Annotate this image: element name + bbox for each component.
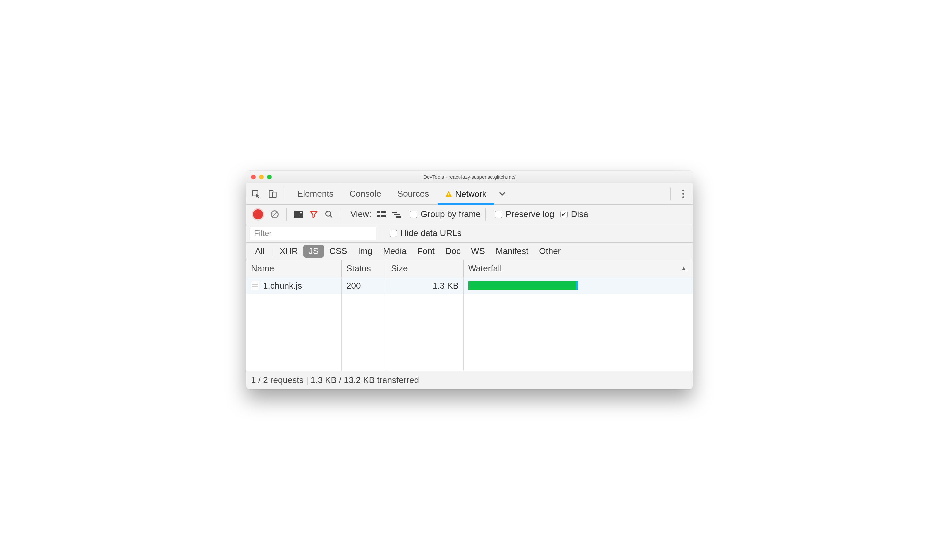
more-tabs-icon[interactable] [495,186,511,202]
svg-rect-2 [272,192,276,197]
svg-rect-13 [381,215,386,216]
type-filter-img[interactable]: Img [353,245,378,258]
tab-network[interactable]: Network [438,184,494,205]
column-name[interactable]: Name [246,260,342,277]
column-status[interactable]: Status [342,260,386,277]
cell-waterfall [464,277,693,294]
column-waterfall[interactable]: Waterfall ▲ [464,260,693,277]
search-icon[interactable] [322,208,336,222]
empty-rows [246,294,693,371]
kebab-menu-icon[interactable] [675,190,691,198]
requests-table: Name Status Size Waterfall ▲ 1.chunk.js2… [246,260,693,371]
type-filter-doc[interactable]: Doc [440,245,466,258]
checkbox-label: Hide data URLs [400,228,461,238]
type-filter-ws[interactable]: WS [466,245,490,258]
tab-label: Sources [397,189,429,199]
svg-rect-10 [381,211,386,212]
svg-point-8 [325,211,330,216]
divider [671,188,671,200]
tab-elements[interactable]: Elements [290,183,341,205]
large-rows-icon[interactable] [375,208,389,222]
record-button[interactable] [253,209,263,219]
column-size[interactable]: Size [386,260,464,277]
warning-icon [445,191,452,198]
device-toolbar-icon[interactable] [265,186,280,202]
table-header: Name Status Size Waterfall ▲ [246,260,693,277]
type-filter-other[interactable]: Other [534,245,566,258]
svg-rect-4 [448,196,449,197]
tab-label: Network [455,189,487,199]
inspect-element-icon[interactable] [248,186,264,202]
waterfall-bar [468,282,578,290]
panel-tabs: Elements Console Sources Network [246,183,693,205]
status-bar: 1 / 2 requests | 1.3 KB / 13.2 KB transf… [246,371,693,389]
type-filter-media[interactable]: Media [378,245,412,258]
preserve-log-checkbox[interactable]: Preserve log [495,209,555,219]
cell-name: 1.chunk.js [246,277,342,294]
checkbox-label: Group by frame [421,209,481,219]
type-filter-font[interactable]: Font [412,245,440,258]
checkbox-icon: ✔ [560,211,568,218]
svg-rect-3 [448,193,449,195]
file-name: 1.chunk.js [263,281,302,291]
svg-rect-15 [392,212,396,213]
svg-rect-6 [294,211,303,218]
svg-rect-11 [381,212,386,213]
type-filter-manifest[interactable]: Manifest [490,245,534,258]
svg-point-7 [300,212,302,214]
cell-size: 1.3 KB [386,277,464,294]
table-row[interactable]: 1.chunk.js2001.3 KB [246,277,693,294]
svg-rect-12 [377,215,379,217]
divider [286,208,287,221]
tab-console[interactable]: Console [342,183,388,205]
resource-type-filters: AllXHRJSCSSImgMediaFontDocWSManifestOthe… [246,243,693,260]
type-filter-css[interactable]: CSS [324,245,352,258]
devtools-window: DevTools - react-lazy-suspense.glitch.me… [246,171,693,389]
checkbox-label: Preserve log [506,209,555,219]
window-title: DevTools - react-lazy-suspense.glitch.me… [246,174,693,180]
type-filter-js[interactable]: JS [303,245,324,258]
disable-cache-checkbox[interactable]: ✔ Disa [560,209,589,219]
tab-sources[interactable]: Sources [390,183,436,205]
file-icon [251,281,259,290]
checkbox-icon [495,211,503,218]
filter-bar: Hide data URLs [246,224,693,243]
sort-asc-icon: ▲ [681,265,687,272]
cell-status: 200 [342,277,386,294]
tab-label: Elements [297,189,333,199]
divider [341,208,341,221]
svg-rect-16 [394,214,400,215]
svg-rect-14 [381,216,386,217]
svg-rect-17 [396,216,401,218]
table-body: 1.chunk.js2001.3 KB [246,277,693,371]
clear-icon[interactable] [268,208,282,222]
tab-label: Console [349,189,381,199]
svg-rect-9 [377,211,379,214]
divider [272,247,272,256]
column-label: Waterfall [468,263,502,274]
titlebar: DevTools - react-lazy-suspense.glitch.me… [246,171,693,183]
type-filter-all[interactable]: All [250,245,270,258]
view-label: View: [350,209,371,219]
hide-data-urls-checkbox[interactable]: Hide data URLs [390,228,461,238]
network-toolbar: View: Group by frame Preserve log ✔ Disa [246,205,693,224]
filter-input[interactable] [250,227,376,240]
checkbox-icon [410,211,417,218]
checkbox-icon [390,230,397,237]
checkbox-label: Disa [571,209,589,219]
overview-icon[interactable] [390,208,404,222]
type-filter-xhr[interactable]: XHR [274,245,303,258]
capture-screenshots-icon[interactable] [291,208,305,222]
filter-icon[interactable] [307,208,321,222]
divider [486,208,486,221]
group-by-frame-checkbox[interactable]: Group by frame [410,209,481,219]
